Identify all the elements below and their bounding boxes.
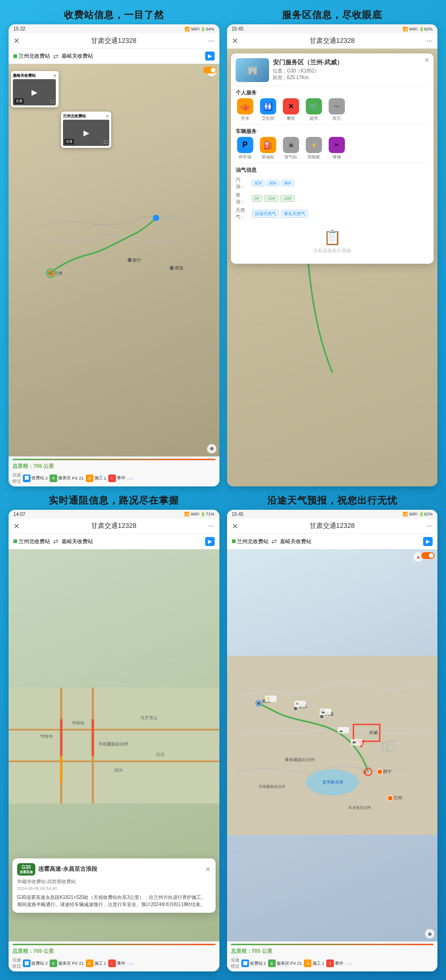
q2-close-icon[interactable]: ✕ <box>232 36 238 45</box>
q2-service-header: 🏢 安门服务区（兰州-武威） 位置：G30（K1852） 距您：625.17Km <box>236 58 429 82</box>
q3-badge-work: ⚠ 施工 1 <box>86 959 106 967</box>
q1-toggle[interactable] <box>203 67 217 75</box>
q2-repair[interactable]: ✂ 维修 <box>327 137 346 160</box>
q2-service-other[interactable]: ⋯ 其它 <box>327 98 346 122</box>
q2-charger[interactable]: ⚡ 充电桩 <box>304 137 323 160</box>
q3-bottom-bar: 总里程：705 公里 沿途经过 🅿 收费站 2 S 服务区 PX 21 <box>9 941 219 971</box>
q1-route-end: 嘉峪关收费站 <box>62 52 202 60</box>
q3-route-start: 兰州北收费站 <box>13 538 50 545</box>
q2-gasoline-label: 汽油： <box>236 176 249 190</box>
q1-map: ▲ 兰州 西宁 西安 终 <box>9 64 219 456</box>
svg-text:终: 终 <box>47 271 52 276</box>
q1-more-icon[interactable]: ··· <box>208 37 214 45</box>
q3-status-icons: 📶 WiFi 🔋71% <box>184 512 214 516</box>
q3-close-icon[interactable]: ✕ <box>13 522 20 531</box>
q2-more-icon[interactable]: ··· <box>426 37 433 45</box>
q1-badges: 🅿 收费站 2 S 服务区 PX 21 ⚠ 施工 1 <box>23 475 134 482</box>
svg-text:☁: ☁ <box>338 728 342 732</box>
q2-grade-92: 92# <box>252 180 265 186</box>
svg-text:🌧: 🌧 <box>352 740 356 744</box>
q1-nav-button[interactable]: ▶ <box>205 52 215 61</box>
q2-service-modal: ✕ 🏢 安门服务区（兰州-武威） 位置：G30（K1852） 距您：625.17… <box>231 53 434 264</box>
q2-gas-station[interactable]: ⛽ 加油站 <box>259 137 278 160</box>
q2-hotwater-label: 开水 <box>241 115 249 122</box>
q2-gas-icon: ⛽ <box>260 137 276 153</box>
q2-service-food[interactable]: ✕ 餐饮 <box>281 98 301 122</box>
q3-nav-button[interactable]: ▶ <box>205 537 215 546</box>
svg-text:沿沿: 沿沿 <box>156 752 165 757</box>
q3-toll-icon: 🅿 <box>23 959 31 967</box>
q4-toll-icon: 🅿 <box>241 959 249 967</box>
q3-route-end: 嘉峪关收费站 <box>62 538 202 545</box>
quadrant-1: 收费站信息，一目了然 15:32 📶WiFi🔋64% ✕ 甘肃交通12328 ·… <box>5 5 223 490</box>
q3-incident-content: G30连霍高速永昌段K1821+520处（天祝收费站向东3公里），往兰州方向进行… <box>17 894 211 908</box>
q3-map: 华陵寺 华陵镇 天祝藏族自治州 泥沟 马牙雪山 沿沿 G30 连霍高速 连霍高速… <box>9 549 219 942</box>
q4-bottom-bar: 总里程：705 公里 沿途经过 🅿 收费站 2 S 服务区 PX 21 <box>227 941 438 971</box>
q1-locate-btn[interactable]: ⊕ <box>207 444 217 454</box>
q2-hotwater-icon: 🫖 <box>237 98 253 114</box>
q4-app-title: 甘肃交通12328 <box>310 522 355 530</box>
svg-text:西宁: 西宁 <box>133 258 141 263</box>
q2-gas-row: 天然气： 压缩天然气 液化天然气 <box>236 207 429 220</box>
q2-service-market[interactable]: 🛒 超市 <box>304 98 323 122</box>
q4-route-end: 嘉峪关收费站 <box>280 538 421 545</box>
svg-text:东乡族自治州: 东乡族自治州 <box>348 805 371 809</box>
q2-gas-label: 加油站 <box>261 154 274 160</box>
q1-distance-bar <box>12 459 216 460</box>
q3-traffic-close[interactable]: ✕ <box>205 866 211 873</box>
q1-total-distance: 总里程：705 公里 <box>12 462 216 471</box>
q4-more-icon[interactable]: ··· <box>426 522 433 530</box>
q2-personal-title: 个人服务 <box>236 89 429 96</box>
q3-event-icon: ! <box>108 959 116 967</box>
quadrant-3: 实时通阻信息，路况尽在掌握 14:07 📶 WiFi 🔋71% ✕ 甘肃交通12… <box>5 490 223 976</box>
q1-title: 收费站信息，一目了然 <box>9 9 219 21</box>
q3-badges: 🅿 收费站 2 S 服务区 PX 21 ⚠ 施工 1 <box>23 959 134 967</box>
q2-parking-icon: P <box>237 137 253 153</box>
svg-text:华陵镇: 华陵镇 <box>72 721 84 725</box>
svg-point-38 <box>387 795 393 801</box>
q2-repair-label: 维修 <box>332 154 341 160</box>
svg-text:天祝藏族自治州: 天祝藏族自治州 <box>98 742 128 746</box>
q4-badge-work: ⚠ 施工 1 <box>304 959 324 967</box>
q1-more-dots[interactable]: ··· <box>127 475 135 482</box>
q4-locate-btn[interactable]: ⊕ <box>425 929 435 939</box>
q2-repair-icon: ✂ <box>329 137 345 153</box>
svg-point-36 <box>377 769 382 774</box>
q1-popup1-close[interactable]: ✕ <box>53 73 57 78</box>
q4-nav-button[interactable]: ▶ <box>423 537 433 546</box>
q4-more-dots[interactable]: ··· <box>346 959 353 967</box>
q4-route-swap[interactable]: ⇄ <box>271 537 277 545</box>
q1-start-dot <box>13 54 17 58</box>
q1-route-bar: 兰州北收费站 ⇄ 嘉峪关收费站 ▶ <box>9 49 219 64</box>
svg-text:⛅: ⛅ <box>266 696 271 701</box>
q1-time: 15:32 <box>13 26 25 31</box>
q2-food-label: 餐饮 <box>287 115 295 122</box>
q3-more-icon[interactable]: ··· <box>208 522 214 530</box>
q2-modal-close[interactable]: ✕ <box>424 56 430 64</box>
q4-toggle[interactable] <box>421 552 435 561</box>
q2-cng[interactable]: ⊞ 加气站 <box>281 137 301 160</box>
q4-weather-map: 龙羊峡水库 终 酒泉 金昌 武威 西宁 <box>227 549 438 942</box>
q3-traffic-popup: G30 连霍高速 连霍高速-永昌至古浪段 ✕ 华藏寺收费站-武胜驿收费站 202… <box>12 858 216 913</box>
svg-text:龙羊峡水库: 龙羊峡水库 <box>322 779 343 784</box>
q1-route-swap[interactable]: ⇄ <box>53 52 59 60</box>
q1-map-svg: 兰州 西宁 西安 终 <box>9 64 219 456</box>
q4-route-start: 兰州北收费站 <box>232 538 269 545</box>
q1-popup2-close[interactable]: ✕ <box>105 114 109 119</box>
q2-parking[interactable]: P 停车场 <box>236 137 255 160</box>
q2-service-hotwater[interactable]: 🫖 开水 <box>236 98 255 122</box>
q2-oil-title: 油气信息 <box>236 166 429 174</box>
q2-parking-label: 停车场 <box>239 154 251 160</box>
q3-work-icon: ⚠ <box>86 959 93 967</box>
q1-along-label: 沿途经过 <box>12 472 21 485</box>
q2-service-toilet[interactable]: 🚻 卫生间 <box>259 98 278 122</box>
q1-close-icon[interactable]: ✕ <box>13 36 20 45</box>
q3-total-distance: 总里程：705 公里 <box>12 947 216 956</box>
svg-text:西安: 西安 <box>175 266 184 270</box>
q3-more-dots[interactable]: ··· <box>127 959 135 967</box>
q1-popup2-video: ▶ 直播 ⛶ <box>63 120 109 146</box>
q4-close-icon[interactable]: ✕ <box>232 522 238 531</box>
q2-gas-tags: 压缩天然气 液化天然气 <box>252 210 308 218</box>
q2-oil-section: 汽油： 92# 95# 98# 柴油： 0# -10# -20# <box>236 176 429 220</box>
q3-route-swap[interactable]: ⇄ <box>53 537 59 545</box>
